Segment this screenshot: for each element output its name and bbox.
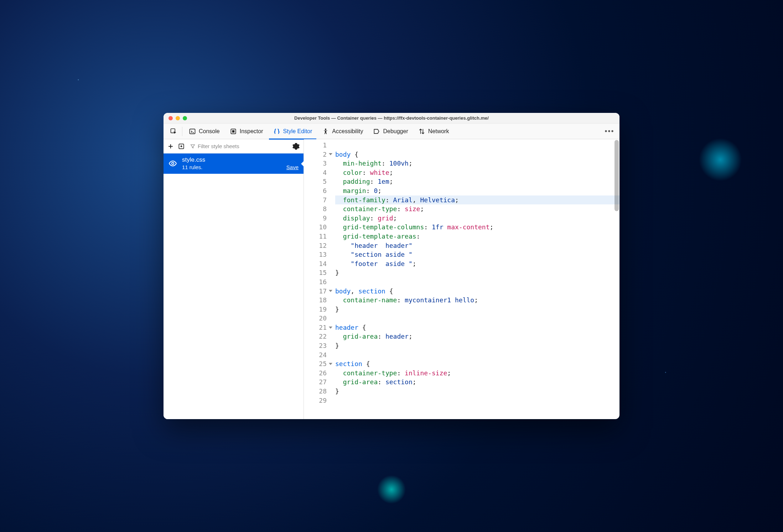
line-number: 5	[304, 177, 330, 186]
code-line[interactable]: color: white;	[335, 168, 619, 177]
code-line[interactable]: }	[335, 268, 619, 277]
code-line[interactable]: "header header"	[335, 241, 619, 250]
line-number: 12	[304, 241, 330, 250]
devtools-window: Developer Tools — Container queries — ht…	[164, 113, 619, 419]
import-stylesheet-button[interactable]	[178, 143, 185, 150]
line-number: 28	[304, 387, 330, 396]
code-line[interactable]: display: grid;	[335, 214, 619, 223]
code-line[interactable]: min-height: 100vh;	[335, 159, 619, 168]
line-number: 3	[304, 159, 330, 168]
code-line[interactable]	[335, 350, 619, 360]
tab-style-editor-label: Style Editor	[283, 128, 312, 135]
stylesheet-rules: 11 rules.	[182, 164, 281, 170]
filter-placeholder: Filter style sheets	[198, 143, 239, 149]
fold-toggle-icon[interactable]	[329, 153, 332, 155]
code-line[interactable]: }	[335, 341, 619, 350]
line-number: 26	[304, 369, 330, 378]
code-line[interactable]: font-family: Arial, Helvetica;	[335, 195, 619, 205]
svg-point-6	[172, 162, 174, 165]
tab-accessibility[interactable]: Accessibility	[318, 126, 367, 137]
close-window-button[interactable]	[168, 116, 173, 120]
line-number: 4	[304, 168, 330, 177]
toolbar: Console Inspector Style Editor Accessibi…	[164, 124, 619, 139]
line-number: 8	[304, 204, 330, 214]
line-number: 18	[304, 296, 330, 305]
tab-style-editor[interactable]: Style Editor	[269, 126, 317, 137]
tab-debugger[interactable]: Debugger	[369, 126, 412, 137]
line-number: 24	[304, 350, 330, 360]
separator	[182, 127, 182, 136]
gear-icon	[292, 142, 300, 150]
tab-accessibility-label: Accessibility	[332, 128, 363, 135]
line-number: 11	[304, 232, 330, 241]
line-number: 25	[304, 359, 330, 369]
code-area[interactable]: body { min-height: 100vh; color: white; …	[330, 139, 619, 419]
code-line[interactable]: body {	[335, 150, 619, 159]
line-number: 22	[304, 332, 330, 341]
line-number: 21	[304, 323, 330, 332]
code-editor[interactable]: 1234567891011121314151617181920212223242…	[304, 139, 619, 419]
code-line[interactable]: grid-template-areas:	[335, 232, 619, 241]
code-line[interactable]: section {	[335, 359, 619, 369]
pick-element-button[interactable]	[167, 126, 180, 137]
svg-rect-1	[190, 129, 195, 134]
code-line[interactable]: container-type: size;	[335, 204, 619, 214]
code-line[interactable]: "section aside "	[335, 250, 619, 259]
stylesheet-name: style.css	[182, 156, 281, 163]
code-line[interactable]: }	[335, 305, 619, 314]
fold-toggle-icon[interactable]	[329, 290, 332, 292]
svg-point-4	[325, 129, 326, 130]
code-line[interactable]: "footer aside ";	[335, 259, 619, 268]
new-stylesheet-button[interactable]	[167, 143, 174, 150]
titlebar: Developer Tools — Container queries — ht…	[164, 113, 619, 124]
tab-inspector-label: Inspector	[240, 128, 263, 135]
code-line[interactable]: header {	[335, 323, 619, 332]
line-number: 7	[304, 195, 330, 205]
tab-network[interactable]: Network	[414, 126, 453, 137]
minimize-window-button[interactable]	[176, 116, 180, 120]
fold-toggle-icon[interactable]	[329, 327, 332, 329]
tab-network-label: Network	[428, 128, 449, 135]
line-number: 10	[304, 223, 330, 232]
maximize-window-button[interactable]	[183, 116, 187, 120]
filter-icon	[190, 144, 196, 149]
filter-stylesheets-input[interactable]: Filter style sheets	[188, 143, 289, 149]
scrollbar-thumb[interactable]	[615, 140, 619, 211]
code-line[interactable]: container-name: mycontainer1 hello;	[335, 296, 619, 305]
code-line[interactable]	[335, 141, 619, 150]
line-gutter: 1234567891011121314151617181920212223242…	[304, 139, 330, 419]
fold-toggle-icon[interactable]	[329, 363, 332, 365]
line-number: 15	[304, 268, 330, 277]
code-line[interactable]: margin: 0;	[335, 186, 619, 195]
code-line[interactable]: container-type: inline-size;	[335, 369, 619, 378]
line-number: 1	[304, 141, 330, 150]
code-line[interactable]: grid-area: section;	[335, 377, 619, 387]
line-number: 14	[304, 259, 330, 268]
code-line[interactable]	[335, 277, 619, 287]
eye-icon[interactable]	[168, 159, 177, 168]
stylesheet-item[interactable]: style.css 11 rules. Save	[164, 153, 304, 174]
line-number: 13	[304, 250, 330, 259]
overflow-menu-button[interactable]: •••	[603, 126, 616, 137]
tab-inspector[interactable]: Inspector	[225, 126, 268, 137]
content: Filter style sheets style.css 11 rules. …	[164, 139, 619, 419]
code-line[interactable]	[335, 314, 619, 323]
line-number: 6	[304, 186, 330, 195]
tab-console-label: Console	[199, 128, 220, 135]
tab-debugger-label: Debugger	[383, 128, 408, 135]
window-controls	[164, 116, 187, 120]
line-number: 19	[304, 305, 330, 314]
tab-console[interactable]: Console	[185, 126, 224, 137]
code-line[interactable]: grid-area: header;	[335, 332, 619, 341]
svg-rect-3	[232, 130, 234, 132]
line-number: 20	[304, 314, 330, 323]
code-line[interactable]: }	[335, 387, 619, 396]
code-line[interactable]	[335, 396, 619, 405]
sidebar: Filter style sheets style.css 11 rules. …	[164, 139, 304, 419]
settings-button[interactable]	[292, 142, 300, 150]
save-link[interactable]: Save	[286, 164, 299, 170]
code-line[interactable]: grid-template-columns: 1fr max-content;	[335, 223, 619, 232]
code-line[interactable]: padding: 1em;	[335, 177, 619, 186]
stylesheet-text: style.css 11 rules.	[182, 156, 281, 170]
code-line[interactable]: body, section {	[335, 287, 619, 296]
